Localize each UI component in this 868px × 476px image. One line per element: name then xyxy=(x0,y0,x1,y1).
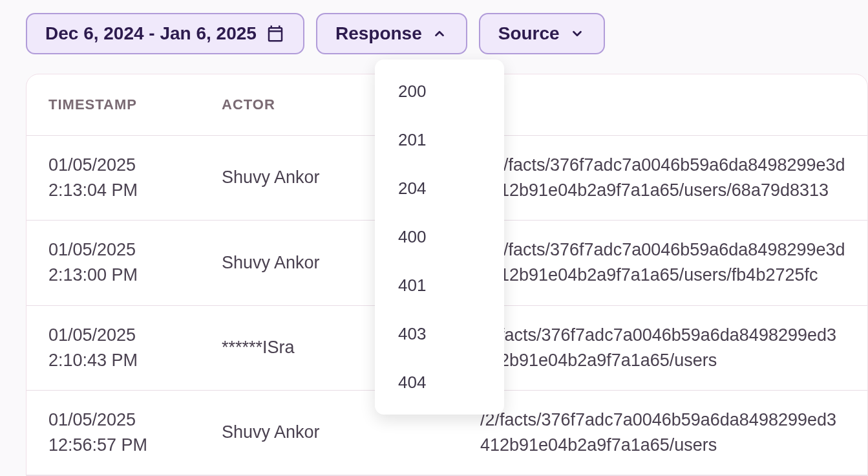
source-filter[interactable]: Source xyxy=(479,13,605,54)
response-option-400[interactable]: 400 xyxy=(375,213,504,261)
response-option-401[interactable]: 401 xyxy=(375,261,504,310)
response-option-204[interactable]: 204 xyxy=(375,164,504,213)
cell-timestamp: 01/05/2025 2:13:00 PM xyxy=(48,237,222,288)
response-filter-label: Response xyxy=(335,23,422,44)
cell-path: /2/facts/376f7adc7a0046b59a6da8498299ed3… xyxy=(480,323,845,373)
chevron-up-icon xyxy=(431,25,448,42)
response-option-201[interactable]: 201 xyxy=(375,116,504,164)
response-option-404[interactable]: 404 xyxy=(375,358,504,407)
cell-path: /v2/facts/376f7adc7a0046b59a6da8498299e3… xyxy=(480,153,845,203)
timestamp-time: 12:56:57 PM xyxy=(48,433,222,458)
cell-timestamp: 01/05/2025 2:13:04 PM xyxy=(48,153,222,203)
timestamp-time: 2:13:00 PM xyxy=(48,263,222,288)
timestamp-time: 2:13:04 PM xyxy=(48,178,222,203)
cell-timestamp: 01/05/2025 2:10:43 PM xyxy=(48,323,222,373)
source-filter-label: Source xyxy=(498,23,560,44)
timestamp-date: 01/05/2025 xyxy=(48,407,222,433)
date-range-label: Dec 6, 2024 - Jan 6, 2025 xyxy=(45,23,257,44)
cell-timestamp: 01/05/2025 12:56:57 PM xyxy=(48,407,222,458)
timestamp-date: 01/05/2025 xyxy=(48,153,222,178)
response-option-403[interactable]: 403 xyxy=(375,310,504,358)
cell-path: /v2/facts/376f7adc7a0046b59a6da8498299e3… xyxy=(480,237,845,288)
column-header-path xyxy=(480,96,845,113)
filters-row: Dec 6, 2024 - Jan 6, 2025 Response Sourc… xyxy=(26,13,868,54)
response-dropdown-menu: 200 201 204 400 401 403 404 xyxy=(375,60,504,415)
timestamp-date: 01/05/2025 xyxy=(48,237,222,263)
response-option-200[interactable]: 200 xyxy=(375,67,504,116)
timestamp-time: 2:10:43 PM xyxy=(48,348,222,373)
date-range-filter[interactable]: Dec 6, 2024 - Jan 6, 2025 xyxy=(26,13,304,54)
timestamp-date: 01/05/2025 xyxy=(48,323,222,348)
response-filter[interactable]: Response xyxy=(316,13,467,54)
calendar-icon xyxy=(266,24,285,43)
cell-path: /2/facts/376f7adc7a0046b59a6da8498299ed3… xyxy=(480,407,845,458)
column-header-timestamp: TIMESTAMP xyxy=(48,96,222,113)
chevron-down-icon xyxy=(569,25,586,42)
cell-actor: Shuvy Ankor xyxy=(222,420,480,445)
